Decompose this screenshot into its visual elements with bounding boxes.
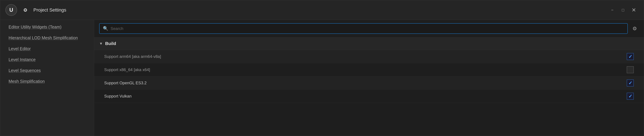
- title-settings-icon: ⚙: [21, 5, 30, 15]
- sidebar: Editor Utility Widgets (Team) Hierarchic…: [0, 20, 94, 136]
- title-bar: U ⚙ Project Settings − □ ✕: [0, 0, 644, 20]
- section-expand-arrow: ▼: [99, 42, 103, 46]
- window-controls: − □ ✕: [607, 5, 639, 15]
- opengl-checkmark: ✓: [628, 80, 632, 86]
- setting-row-x86: Support x86_64 [aka x64]: [94, 63, 644, 76]
- build-section-header[interactable]: ▼ Build: [94, 37, 644, 50]
- search-icon: 🔍: [103, 26, 108, 31]
- ue-logo: U: [5, 4, 17, 16]
- sidebar-item-level-sequences[interactable]: Level Sequences: [0, 65, 94, 76]
- window-title: Project Settings: [34, 7, 607, 13]
- sidebar-item-level-instance[interactable]: Level Instance: [0, 54, 94, 65]
- settings-gear-icon[interactable]: ⚙: [630, 24, 639, 33]
- sidebar-item-hierarchical-lod[interactable]: Hierarchical LOD Mesh Simplification: [0, 32, 94, 43]
- arm64-checkmark: ✓: [628, 54, 632, 59]
- main-content: Editor Utility Widgets (Team) Hierarchic…: [0, 20, 644, 136]
- vulkan-checkmark: ✓: [628, 93, 632, 99]
- close-button[interactable]: ✕: [629, 5, 639, 15]
- vulkan-checkbox[interactable]: ✓: [627, 93, 634, 100]
- build-section: ▼ Build Support arm64 [aka arm64-v8a] ✓ …: [94, 37, 644, 103]
- search-bar: 🔍: [99, 23, 628, 34]
- opengl-label: Support OpenGL ES3.2: [104, 81, 627, 85]
- search-bar-container: 🔍 ⚙: [94, 20, 644, 37]
- sidebar-item-editor-utility-widgets[interactable]: Editor Utility Widgets (Team): [0, 22, 94, 32]
- setting-row-opengl: Support OpenGL ES3.2 ✓: [94, 76, 644, 90]
- svg-text:⚙: ⚙: [24, 7, 27, 12]
- x86-checkbox[interactable]: [627, 66, 634, 73]
- opengl-checkbox[interactable]: ✓: [627, 79, 634, 86]
- setting-row-arm64: Support arm64 [aka arm64-v8a] ✓: [94, 50, 644, 63]
- sidebar-item-mesh-simplification[interactable]: Mesh Simplification: [0, 76, 94, 87]
- build-section-content: Support arm64 [aka arm64-v8a] ✓ Support …: [94, 50, 644, 103]
- app-window: U ⚙ Project Settings − □ ✕ Editor Utilit…: [0, 0, 644, 136]
- maximize-button[interactable]: □: [618, 5, 628, 15]
- minimize-button[interactable]: −: [607, 5, 617, 15]
- setting-row-vulkan: Support Vulkan ✓: [94, 90, 644, 103]
- arm64-label: Support arm64 [aka arm64-v8a]: [104, 54, 627, 59]
- svg-text:U: U: [10, 7, 13, 13]
- content-area: 🔍 ⚙ ▼ Build Support arm64 [aka arm64-v8a…: [94, 20, 644, 136]
- x86-label: Support x86_64 [aka x64]: [104, 68, 627, 72]
- sidebar-item-level-editor[interactable]: Level Editor: [0, 43, 94, 54]
- arm64-checkbox[interactable]: ✓: [627, 53, 634, 60]
- vulkan-label: Support Vulkan: [104, 94, 627, 99]
- search-input[interactable]: [110, 26, 624, 31]
- build-section-title: Build: [105, 41, 116, 46]
